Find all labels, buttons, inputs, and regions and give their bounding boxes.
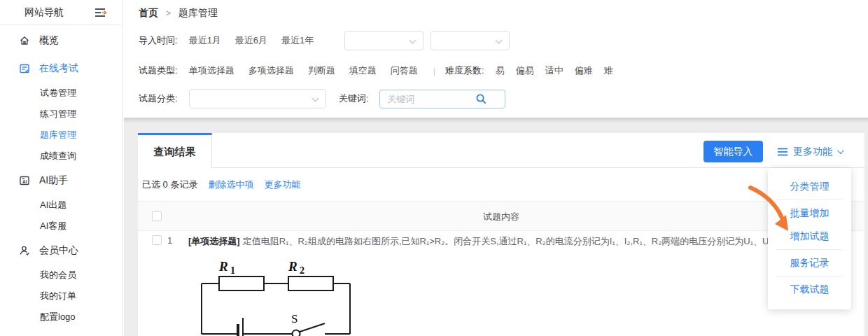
sidebar-item-label: AI出题 (40, 199, 66, 211)
resistor-r2-subscript: 2 (300, 265, 304, 276)
sidebar-header: 网站导航 (0, 0, 122, 25)
circuit-diagram-image: R 1 R 2 S (175, 253, 371, 336)
sidebar-item-label: 我的会员 (40, 269, 76, 281)
resistor-r2-label: R (288, 259, 298, 274)
breadcrumb-current: 题库管理 (178, 7, 218, 18)
sidebar: 网站导航 概览 在线考试 试卷管理 练习管理 (0, 0, 123, 336)
collapse-menu-icon[interactable] (94, 7, 107, 18)
tab-query-results[interactable]: 查询结果 (138, 133, 212, 169)
sidebar-item-my-orders[interactable]: 我的订单 (0, 286, 122, 307)
filter-fill-blank[interactable]: 填空题 (349, 64, 377, 77)
chevron-down-icon (837, 147, 844, 154)
sidebar-title: 网站导航 (24, 6, 64, 19)
filter-difficulty-easy[interactable]: 易 (496, 64, 505, 77)
resistor-r1-subscript: 1 (230, 265, 235, 276)
filter-multi-choice[interactable]: 多项选择题 (248, 64, 294, 77)
member-icon (19, 245, 30, 256)
menu-divider (776, 276, 843, 276)
sidebar-item-logo-config[interactable]: 配置logo (0, 307, 122, 328)
sidebar-item-label: 配置logo (40, 311, 76, 323)
tab-bar: 查询结果 智能导入 更多功能 (138, 133, 864, 168)
date-end-select[interactable] (430, 31, 510, 50)
resistor-r1-label: R (218, 259, 228, 274)
row-index: 1 (167, 235, 172, 246)
ai-icon-text: AI (22, 179, 27, 184)
chevron-down-icon (312, 95, 318, 102)
sidebar-item-ai-question[interactable]: AI出题 (0, 195, 122, 216)
switch-s-label: S (291, 312, 298, 326)
filter-last-1-month[interactable]: 最近1月 (189, 34, 221, 47)
filter-last-6-months[interactable]: 最近6月 (235, 34, 267, 47)
selected-count-text: 已选 0 条记录 (142, 178, 197, 191)
question-type-label: 试题类型: (139, 64, 178, 77)
filter-difficulty-medium[interactable]: 适中 (545, 64, 564, 77)
sidebar-item-online-exam[interactable]: 在线考试 (0, 55, 122, 83)
filter-difficulty-hard[interactable]: 难 (604, 64, 613, 77)
date-start-select[interactable] (344, 31, 424, 50)
sidebar-item-label: 概览 (39, 34, 59, 47)
row-checkbox[interactable] (152, 235, 162, 245)
sidebar-item-question-bank[interactable]: 题库管理 (0, 125, 122, 146)
table-row[interactable]: 1 [单项选择题]定值电阻R₁、R₂组成的电路如右图所示,已知R₁>R₂。闭合开… (138, 231, 864, 251)
sidebar-item-label: 我的订单 (40, 290, 76, 302)
menu-item-batch-add[interactable]: 批量增加 (768, 202, 851, 225)
breadcrumb-home[interactable]: 首页 (139, 7, 158, 18)
sidebar-item-overview[interactable]: 概览 (0, 27, 122, 55)
filter-difficulty-somewhat-easy[interactable]: 偏易 (516, 64, 534, 77)
home-icon (19, 35, 30, 46)
filter-last-1-year[interactable]: 最近1年 (281, 34, 314, 47)
sidebar-item-score-query[interactable]: 成绩查询 (0, 146, 122, 167)
sidebar-item-label: 成绩查询 (40, 150, 76, 162)
sidebar-item-label: 会员中心 (39, 244, 78, 257)
category-select[interactable] (189, 89, 326, 108)
filter-difficulty-somewhat-hard[interactable]: 偏难 (575, 64, 593, 77)
question-text: 定值电阻R₁、R₂组成的电路如右图所示,已知R₁>R₂。闭合开关S,通过R₁、R… (243, 236, 818, 246)
delete-selected-link[interactable]: 删除选中项 (208, 178, 253, 191)
menu-item-download-questions[interactable]: 下载试题 (768, 278, 851, 301)
sidebar-item-paper-management[interactable]: 试卷管理 (0, 83, 122, 104)
online-exam-icon (19, 63, 30, 74)
sidebar-nav: 概览 在线考试 试卷管理 练习管理 题库管理 成绩查询 AI AI助手 AI出题 (0, 25, 122, 328)
import-time-label: 导入时间: (139, 34, 178, 47)
menu-item-category-management[interactable]: 分类管理 (768, 175, 851, 198)
filter-single-choice[interactable]: 单项选择题 (189, 64, 234, 77)
menu-item-add-question[interactable]: 增加试题 (768, 225, 851, 248)
menu-divider (776, 200, 843, 200)
menu-item-service-records[interactable]: 服务记录 (768, 251, 851, 274)
content-column-header: 试题内容 (138, 202, 864, 232)
breadcrumb: 首页 > 题库管理 (139, 7, 218, 20)
difficulty-label: 难度系数: (445, 64, 484, 77)
sidebar-item-practice-management[interactable]: 练习管理 (0, 104, 122, 125)
sidebar-item-ai-assistant[interactable]: AI AI助手 (0, 167, 122, 195)
filter-row-import-time: 导入时间: 最近1月 最近6月 最近1年 (139, 31, 510, 50)
select-all-checkbox[interactable] (152, 211, 162, 221)
question-type-tag: [单项选择题] (188, 236, 240, 246)
chevron-down-icon (410, 37, 416, 44)
sidebar-item-label: 试卷管理 (40, 87, 76, 99)
filter-divider: | (433, 66, 435, 76)
menu-divider (776, 249, 843, 250)
search-icon[interactable] (475, 93, 487, 105)
keyword-label: 关键词: (339, 92, 369, 105)
sidebar-item-ai-service[interactable]: AI客服 (0, 216, 122, 237)
table-header: 试题内容 (138, 201, 864, 231)
filter-true-false[interactable]: 判断题 (308, 64, 335, 77)
sidebar-item-label: AI助手 (39, 174, 68, 187)
category-label: 试题分类: (139, 92, 178, 105)
filter-qa[interactable]: 问答题 (391, 64, 418, 77)
more-features-label: 更多功能 (793, 146, 832, 158)
keyword-wrap (379, 90, 505, 108)
sidebar-item-my-membership[interactable]: 我的会员 (0, 265, 122, 286)
sidebar-item-label: 在线考试 (39, 62, 78, 75)
toolbar-more-link[interactable]: 更多功能 (264, 178, 300, 191)
sidebar-item-member-center[interactable]: 会员中心 (0, 237, 122, 265)
smart-import-button[interactable]: 智能导入 (704, 141, 763, 162)
menu-lines-icon (777, 147, 788, 157)
top-section: 首页 > 题库管理 导入时间: 最近1月 最近6月 最近1年 试题类型: 单项选… (124, 0, 868, 118)
sidebar-item-label: 题库管理 (40, 129, 76, 141)
filter-row-question-type: 试题类型: 单项选择题 多项选择题 判断题 填空题 问答题 | 难度系数: 易 … (139, 64, 627, 77)
question-content: [单项选择题]定值电阻R₁、R₂组成的电路如右图所示,已知R₁>R₂。闭合开关S… (188, 235, 862, 248)
more-features-dropdown-trigger[interactable]: 更多功能 (777, 141, 842, 162)
sidebar-item-label: 练习管理 (40, 108, 76, 120)
results-toolbar: 已选 0 条记录 删除选中项 更多功能 (138, 168, 864, 201)
